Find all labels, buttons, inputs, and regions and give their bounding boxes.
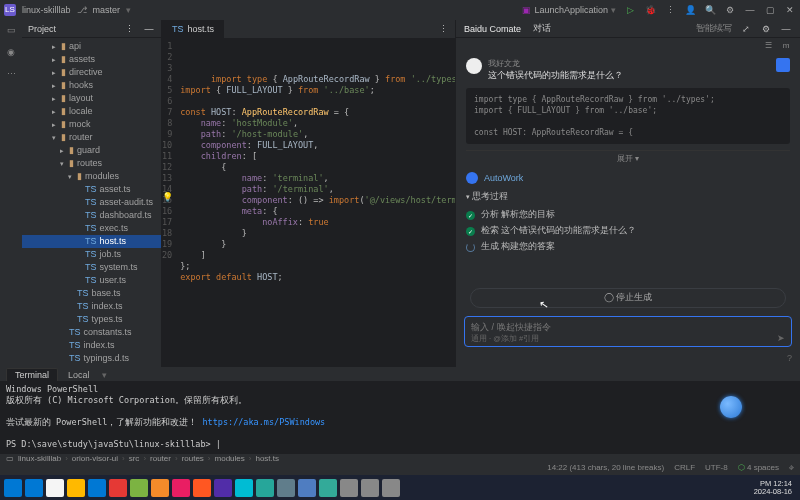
taskbar-app-icon[interactable] — [109, 479, 127, 497]
breadcrumb-item[interactable]: modules — [215, 454, 245, 463]
tree-file[interactable]: TS index.ts — [22, 300, 161, 313]
taskbar-app-icon[interactable] — [88, 479, 106, 497]
tree-folder[interactable]: ▾▮ routes — [22, 157, 161, 170]
taskbar-app-icon[interactable] — [193, 479, 211, 497]
local-tab[interactable]: Local — [60, 369, 98, 381]
breadcrumb-item[interactable]: host.ts — [255, 454, 279, 463]
taskbar-app-icon[interactable] — [340, 479, 358, 497]
tree-file[interactable]: TS typings.d.ts — [22, 352, 161, 365]
breadcrumb-item[interactable]: linux-skilllab — [18, 454, 61, 463]
taskbar-app-icon[interactable] — [277, 479, 295, 497]
copy-msg-icon[interactable] — [776, 58, 790, 72]
code-editor[interactable]: 1234567891011121314151617181920 💡 import… — [162, 38, 455, 367]
branch-name[interactable]: master — [93, 5, 121, 15]
chat-meta[interactable]: 通用 · @添加 #引用 — [471, 334, 539, 344]
tree-file[interactable]: TS base.ts — [22, 287, 161, 300]
taskbar-app-icon[interactable] — [256, 479, 274, 497]
tree-folder[interactable]: ▸▮ assets — [22, 53, 161, 66]
chat-expand-icon[interactable]: ⤢ — [740, 23, 752, 35]
tree-folder[interactable]: ▸▮ mock — [22, 118, 161, 131]
tree-file[interactable]: TS job.ts — [22, 248, 161, 261]
tree-file[interactable]: TS constants.ts — [22, 326, 161, 339]
taskbar-app-icon[interactable] — [151, 479, 169, 497]
maximize-icon[interactable]: ▢ — [764, 4, 776, 16]
more-icon[interactable]: ⋮ — [664, 4, 676, 16]
minimize-icon[interactable]: — — [744, 4, 756, 16]
debug-icon[interactable]: 🐞 — [644, 4, 656, 16]
search-icon[interactable]: 🔍 — [704, 4, 716, 16]
taskbar-app-icon[interactable] — [298, 479, 316, 497]
commit-tool-icon[interactable]: ◉ — [5, 46, 17, 58]
taskbar-app-icon[interactable] — [235, 479, 253, 497]
breadcrumb[interactable]: ▭ linux-skilllab › orion-visor-ui › src … — [0, 453, 800, 463]
terminal-tab[interactable]: Terminal — [6, 368, 58, 381]
chat-hide-icon[interactable]: — — [780, 23, 792, 35]
tree-folder[interactable]: ▸▮ api — [22, 40, 161, 53]
code-area[interactable]: 💡 import type { AppRouteRecordRaw } from… — [176, 38, 455, 367]
gear-icon[interactable]: ⚙ — [724, 4, 736, 16]
tree-file[interactable]: TS system.ts — [22, 261, 161, 274]
account-icon[interactable]: 👤 — [684, 4, 696, 16]
taskbar-app-icon[interactable] — [319, 479, 337, 497]
lightbulb-icon[interactable]: 💡 — [162, 192, 173, 203]
tree-file[interactable]: TS asset.ts — [22, 183, 161, 196]
tree-folder[interactable]: ▾▮ modules — [22, 170, 161, 183]
status-indent[interactable]: ⬡ 4 spaces — [738, 463, 779, 472]
panel-menu-icon[interactable]: ⋮ — [123, 23, 135, 35]
tree-folder[interactable]: ▾▮ router — [22, 131, 161, 144]
tree-folder[interactable]: ▸▮ hooks — [22, 79, 161, 92]
tree-file[interactable]: TS host.ts — [22, 235, 161, 248]
status-pos[interactable]: 14:22 (413 chars, 20 line breaks) — [547, 463, 664, 472]
more-tool-icon[interactable]: ⋯ — [5, 68, 17, 80]
tree-file[interactable]: TS asset-audit.ts — [22, 196, 161, 209]
project-tool-icon[interactable]: ▭ — [5, 24, 17, 36]
chat-tab-dialog[interactable]: 对话 — [533, 22, 551, 35]
chat-help-icon[interactable]: ? — [787, 353, 792, 363]
taskbar-app-icon[interactable] — [67, 479, 85, 497]
tab-host-ts[interactable]: TS host.ts — [162, 20, 224, 38]
chat-extra-link[interactable]: 智能续写 — [696, 22, 732, 35]
tree-folder[interactable]: ▸▮ store — [22, 365, 161, 367]
chat-tab-comate[interactable]: Baidu Comate — [464, 24, 521, 34]
tree-folder[interactable]: ▸▮ guard — [22, 144, 161, 157]
taskbar-app-icon[interactable] — [130, 479, 148, 497]
taskbar-app-icon[interactable] — [4, 479, 22, 497]
run-config[interactable]: ▣LaunchApplication▾ — [522, 5, 616, 15]
tree-file[interactable]: TS exec.ts — [22, 222, 161, 235]
status-lock-icon[interactable]: ⎆ — [789, 463, 794, 472]
send-icon[interactable]: ➤ — [777, 333, 785, 343]
tree-file[interactable]: TS index.ts — [22, 339, 161, 352]
tree-folder[interactable]: ▸▮ directive — [22, 66, 161, 79]
taskbar-app-icon[interactable] — [382, 479, 400, 497]
status-enc[interactable]: UTF-8 — [705, 463, 728, 472]
status-eol[interactable]: CRLF — [674, 463, 695, 472]
taskbar-app-icon[interactable] — [214, 479, 232, 497]
taskbar-app-icon[interactable] — [25, 479, 43, 497]
tree-file[interactable]: TS dashboard.ts — [22, 209, 161, 222]
tree-folder[interactable]: ▸▮ locale — [22, 105, 161, 118]
chat-input[interactable]: 输入 / 唤起快捷指令 通用 · @添加 #引用 ➤ — [464, 316, 792, 347]
breadcrumb-item[interactable]: src — [129, 454, 140, 463]
tab-more-icon[interactable]: ⋮ — [437, 23, 449, 35]
chat-option-icon[interactable]: ☰ — [762, 39, 774, 51]
project-tree[interactable]: ▸▮ api▸▮ assets▸▮ directive▸▮ hooks▸▮ la… — [22, 38, 161, 367]
tree-file[interactable]: TS types.ts — [22, 313, 161, 326]
breadcrumb-item[interactable]: router — [150, 454, 171, 463]
project-name[interactable]: linux-skilllab — [22, 5, 71, 15]
thinking-title[interactable]: 思考过程 — [472, 191, 508, 201]
breadcrumb-item[interactable]: orion-visor-ui — [72, 454, 118, 463]
breadcrumb-item[interactable]: routes — [182, 454, 204, 463]
run-icon[interactable]: ▷ — [624, 4, 636, 16]
taskbar-app-icon[interactable] — [46, 479, 64, 497]
expand-code-button[interactable]: 展开 ▾ — [466, 150, 790, 166]
assistant-fab[interactable] — [720, 396, 742, 418]
taskbar-clock[interactable]: PM 12:142024-08-16 — [754, 480, 796, 496]
terminal-output[interactable]: Windows PowerShell 版权所有 (C) Microsoft Co… — [0, 381, 800, 453]
chat-settings-icon[interactable]: ⚙ — [760, 23, 772, 35]
tree-folder[interactable]: ▸▮ layout — [22, 92, 161, 105]
taskbar-app-icon[interactable] — [172, 479, 190, 497]
windows-taskbar[interactable]: PM 12:142024-08-16 — [0, 475, 800, 500]
chat-lang-icon[interactable]: m — [780, 39, 792, 51]
stop-generate-button[interactable]: ◯ 停止生成 — [470, 288, 786, 308]
panel-hide-icon[interactable]: — — [143, 23, 155, 35]
